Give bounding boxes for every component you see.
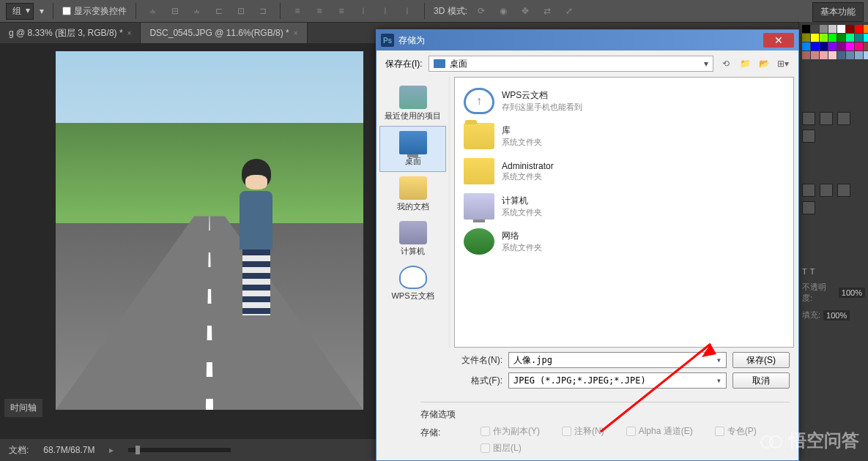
file-item[interactable]: WPS云文档存到这里手机也能看到 xyxy=(461,83,787,119)
panel-icon[interactable] xyxy=(802,201,815,214)
panel-icon[interactable] xyxy=(802,112,815,125)
swatch[interactable] xyxy=(828,42,837,50)
swatch[interactable] xyxy=(855,25,863,33)
spot-checkbox[interactable]: 专色(P) xyxy=(715,425,757,438)
distribute-icon[interactable]: ⁞ xyxy=(399,3,415,19)
file-item[interactable]: 网络系统文件夹 xyxy=(461,224,787,259)
notes-checkbox[interactable]: 注释(N) xyxy=(562,425,604,438)
opacity-value[interactable]: 100% xyxy=(839,288,865,298)
swatch[interactable] xyxy=(864,42,868,50)
slider-thumb[interactable] xyxy=(136,446,140,454)
file-item[interactable]: 计算机系统文件夹 xyxy=(461,189,787,224)
swatch[interactable] xyxy=(855,42,863,50)
back-icon[interactable]: ⟲ xyxy=(719,57,732,70)
swatch[interactable] xyxy=(820,25,828,33)
swatch[interactable] xyxy=(846,34,854,42)
divider xyxy=(424,3,425,19)
place-item-computer[interactable]: 计算机 xyxy=(376,217,449,261)
tab-document-2[interactable]: DSC_0545.JPG @ 11.6%(RGB/8) * × xyxy=(141,23,307,43)
distribute-icon[interactable]: ≡ xyxy=(311,3,327,19)
swatch[interactable] xyxy=(802,34,810,42)
swatch[interactable] xyxy=(828,51,837,59)
swatch[interactable] xyxy=(811,42,819,50)
swatch[interactable] xyxy=(811,25,819,33)
dialog-titlebar[interactable]: Ps 存储为 ✕ xyxy=(376,30,798,50)
swatch[interactable] xyxy=(802,42,810,50)
timeline-panel-label[interactable]: 时间轴 xyxy=(4,399,42,417)
panel-icon[interactable] xyxy=(837,112,850,125)
swatch[interactable] xyxy=(820,51,828,59)
close-button[interactable]: ✕ xyxy=(763,33,794,48)
swatch[interactable] xyxy=(864,51,868,59)
document-canvas[interactable] xyxy=(56,51,363,410)
fill-value[interactable]: 100% xyxy=(823,310,850,321)
align-vcenter-icon[interactable]: ⊟ xyxy=(167,3,183,19)
swatch[interactable] xyxy=(802,51,810,59)
up-icon[interactable]: 📁 xyxy=(738,57,752,70)
place-item-recent[interactable]: 最近使用的项目 xyxy=(376,81,449,126)
swatch[interactable] xyxy=(846,42,854,50)
layers-checkbox[interactable]: 图层(L) xyxy=(481,442,522,454)
as-copy-checkbox[interactable]: 作为副本(Y) xyxy=(481,425,540,438)
align-bottom-icon[interactable]: ⫨ xyxy=(189,3,205,19)
panel-icon[interactable] xyxy=(802,184,815,197)
save-button[interactable]: 保存(S) xyxy=(732,352,790,368)
panel-icon[interactable] xyxy=(820,184,833,197)
status-bar: 文档: 68.7M/68.7M ▸ xyxy=(0,439,377,461)
distribute-icon[interactable]: ⁞ xyxy=(355,3,371,19)
3d-roll-icon[interactable]: ◉ xyxy=(495,3,511,19)
swatch[interactable] xyxy=(837,51,845,59)
swatch[interactable] xyxy=(820,42,828,50)
align-right-icon[interactable]: ⊐ xyxy=(255,3,271,19)
3d-pan-icon[interactable]: ✥ xyxy=(517,3,533,19)
alpha-checkbox[interactable]: Alpha 通道(E) xyxy=(626,425,693,438)
swatch[interactable] xyxy=(864,25,868,33)
basic-mode-button[interactable]: 基本功能 xyxy=(812,2,864,22)
3d-slide-icon[interactable]: ⇄ xyxy=(539,3,555,19)
align-left-icon[interactable]: ⊏ xyxy=(211,3,227,19)
distribute-icon[interactable]: ≡ xyxy=(289,3,305,19)
distribute-icon[interactable]: ⁞ xyxy=(377,3,393,19)
zoom-slider[interactable] xyxy=(128,448,231,452)
swatch[interactable] xyxy=(802,25,810,33)
3d-orbit-icon[interactable]: ⟳ xyxy=(473,3,489,19)
swatch[interactable] xyxy=(837,25,845,33)
place-item-docs[interactable]: 我的文档 xyxy=(376,172,449,217)
location-dropdown[interactable]: 桌面 xyxy=(429,56,713,72)
swatch[interactable] xyxy=(846,51,854,59)
swatch[interactable] xyxy=(820,34,828,42)
place-item-desktop[interactable]: 桌面 xyxy=(379,126,446,172)
align-top-icon[interactable]: ⫨ xyxy=(145,3,161,19)
file-list[interactable]: WPS云文档存到这里手机也能看到库系统文件夹Administrator系统文件夹… xyxy=(454,77,794,348)
swatch[interactable] xyxy=(837,34,845,42)
filename-input[interactable]: 人像.jpg xyxy=(508,352,727,368)
group-dropdown[interactable]: 组 xyxy=(6,3,34,20)
place-item-cloud[interactable]: WPS云文档 xyxy=(376,261,449,306)
distribute-icon[interactable]: ≡ xyxy=(333,3,349,19)
format-dropdown[interactable]: JPEG (*.JPG;*.JPEG;*.JPE) xyxy=(508,372,727,389)
swatch[interactable] xyxy=(828,34,837,42)
panel-icon[interactable] xyxy=(820,112,833,125)
file-item[interactable]: 库系统文件夹 xyxy=(461,119,787,154)
close-icon[interactable]: × xyxy=(127,29,132,37)
swatch[interactable] xyxy=(828,25,837,33)
swatch[interactable] xyxy=(811,51,819,59)
swatch[interactable] xyxy=(855,34,863,42)
swatch[interactable] xyxy=(864,34,868,42)
file-item[interactable]: Administrator系统文件夹 xyxy=(461,154,787,189)
align-hcenter-icon[interactable]: ⊡ xyxy=(233,3,249,19)
chevron-right-icon[interactable]: ▸ xyxy=(109,445,114,455)
3d-scale-icon[interactable]: ⤢ xyxy=(561,3,577,19)
swatch[interactable] xyxy=(837,42,845,50)
swatch[interactable] xyxy=(811,34,819,42)
close-icon[interactable]: × xyxy=(294,29,298,37)
new-folder-icon[interactable]: 📂 xyxy=(757,57,771,70)
panel-icon[interactable] xyxy=(837,184,850,197)
show-transform-checkbox[interactable]: 显示变换控件 xyxy=(62,5,127,18)
cancel-button[interactable]: 取消 xyxy=(732,372,790,389)
view-menu-icon[interactable]: ⊞▾ xyxy=(776,57,790,70)
swatch[interactable] xyxy=(855,51,863,59)
tab-document-1[interactable]: g @ 8.33% (图层 3, RGB/8) * × xyxy=(0,23,141,43)
panel-icon[interactable] xyxy=(802,130,815,143)
swatch[interactable] xyxy=(846,25,854,33)
